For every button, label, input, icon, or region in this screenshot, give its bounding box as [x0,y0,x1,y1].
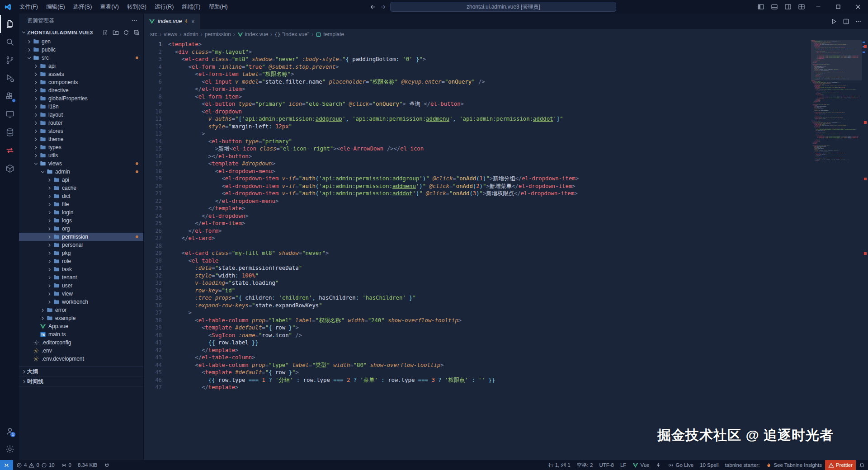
forward-button[interactable] [380,4,387,10]
line-number[interactable]: 1 [144,41,162,48]
tree-item-personal[interactable]: personal [19,241,143,249]
status-prettier[interactable]: Prettier [825,460,856,470]
line-number[interactable]: 9 [144,100,162,108]
tree-item-api[interactable]: api [19,176,143,184]
code-line[interactable]: </el-dropdown> [168,212,868,220]
status-eol[interactable]: LF [617,460,629,470]
split-editor-icon[interactable] [843,18,849,25]
code-line[interactable]: v-loading="state.loading" [168,279,868,287]
code-line[interactable]: <template #dropdown> [168,160,868,168]
minimap[interactable]: <template> <div class="my-layout"> <el-c… [811,40,862,460]
toggle-panel-icon[interactable] [768,0,781,14]
line-number[interactable]: 21 [144,190,162,197]
code-line[interactable]: </el-form> [168,227,868,235]
tree-item-components[interactable]: components [19,78,143,86]
line-number[interactable]: 40 [144,332,162,339]
code-line[interactable]: v-auths="['api:admin:permission:addgroup… [168,115,868,123]
status-problems[interactable]: 4010 [13,460,58,470]
line-number[interactable]: 8 [144,93,162,101]
line-number[interactable]: 15 [144,145,162,153]
code-line[interactable]: <el-dropdown-menu> [168,168,868,175]
status-spell[interactable]: 10 Spell [697,460,722,470]
tree-item-admin[interactable]: admin [19,168,143,176]
line-number[interactable]: 5 [144,70,162,78]
code-line[interactable]: </template> [168,205,868,212]
activity-extensions-icon[interactable] [0,87,19,105]
tree-item-public[interactable]: public [19,46,143,54]
activity-explorer-icon[interactable] [0,15,19,33]
tree-item-gen[interactable]: gen [19,38,143,46]
new-folder-icon[interactable] [113,29,119,36]
line-number[interactable]: 17 [144,160,162,168]
breadcrumb-segment[interactable]: template [316,31,344,38]
line-number[interactable]: 16 [144,153,162,160]
tree-item-.editorconfig[interactable]: .editorconfig [19,338,143,347]
code-line[interactable]: <el-form-item label="权限名称"> [168,70,868,78]
status-language-mode[interactable]: Vue [629,460,652,470]
line-number[interactable]: 38 [144,317,162,324]
tree-item-error[interactable]: error [19,306,143,314]
maximize-button[interactable] [828,0,848,14]
toggle-secondary-sidebar-icon[interactable] [781,0,795,14]
menu-item[interactable]: 编辑(E) [42,0,69,14]
code-line[interactable]: :tree-props="{ children: 'children', has… [168,294,868,302]
activity-account-icon[interactable]: 1 [0,422,19,440]
tree-item-globalProperties[interactable]: globalProperties [19,94,143,103]
activity-settings-icon[interactable] [0,440,19,458]
status-encoding[interactable]: UTF-8 [596,460,617,470]
code-line[interactable]: <el-button type="primary" [168,138,868,146]
line-number[interactable]: 19 [144,175,162,183]
tree-item-permission[interactable]: permission [19,233,143,241]
status-power[interactable] [101,460,113,470]
code-line[interactable]: <el-table-column prop="label" label="权限名… [168,317,868,324]
code-line[interactable]: <template> [168,41,868,48]
line-number[interactable]: 33 [144,279,162,287]
line-number[interactable]: 42 [144,347,162,354]
status-tabnine[interactable]: tabnine starter: [722,460,763,470]
breadcrumb-segment[interactable]: admin [184,31,198,38]
menu-item[interactable]: 帮助(H) [204,0,231,14]
close-button[interactable] [848,0,868,14]
code-line[interactable]: style="margin-left: 12px" [168,123,868,131]
tree-item-example[interactable]: example [19,314,143,322]
tree-item-file[interactable]: file [19,200,143,208]
line-number[interactable]: 2 [144,48,162,56]
line-number[interactable]: 10 [144,108,162,116]
line-number[interactable]: 4 [144,63,162,71]
code-line[interactable]: </el-form-item> [168,220,868,227]
line-number[interactable]: 36 [144,302,162,310]
status-file-size[interactable]: 8.34 KiB [75,460,100,470]
code-line[interactable]: {{ row.type === 1 ? '分组' : row.type === … [168,376,868,384]
status-indentation[interactable]: 空格: 2 [574,460,596,470]
status-go-live[interactable]: Go Live [665,460,697,470]
line-number[interactable]: 37 [144,309,162,317]
line-number[interactable]: 27 [144,235,162,242]
code-line[interactable]: {{ row.label }} [168,339,868,347]
line-number[interactable]: 23 [144,205,162,212]
new-file-icon[interactable] [102,29,108,36]
code-line[interactable]: <el-card class="mt8" shadow="never" :bod… [168,56,868,63]
line-number[interactable]: 39 [144,324,162,332]
tree-item-src[interactable]: src [19,54,143,62]
command-center[interactable]: zhontai.ui.admin.vue3 [管理员] [390,2,616,12]
code-line[interactable]: <el-input v-model="state.filter.name" pl… [168,78,868,86]
activity-run-debug-icon[interactable] [0,69,19,87]
line-number[interactable]: 14 [144,138,162,146]
code-line[interactable]: </template> [168,347,868,354]
line-number[interactable]: 30 [144,257,162,265]
tree-item-api[interactable]: api [19,62,143,70]
code-line[interactable]: </el-card> [168,235,868,242]
back-button[interactable] [369,4,376,10]
tree-item-App.vue[interactable]: App.vue [19,322,143,330]
menu-item[interactable]: 文件(F) [15,0,42,14]
activity-remote-explorer-icon[interactable] [0,105,19,123]
breadcrumb-segment[interactable]: views [164,31,177,38]
line-number[interactable]: 28 [144,242,162,250]
code-line[interactable]: >新增<el-icon class="el-icon--right"><ele-… [168,145,868,153]
code-line[interactable]: </template> [811,160,861,161]
tree-item-tenant[interactable]: tenant [19,273,143,282]
code-line[interactable]: <SvgIcon :name="row.icon" /> [168,332,868,339]
status-ports[interactable]: 0 [58,460,75,470]
code-line[interactable]: <el-card class="my-fill mt8" shadow="nev… [168,249,868,257]
line-number[interactable]: 13 [144,130,162,138]
